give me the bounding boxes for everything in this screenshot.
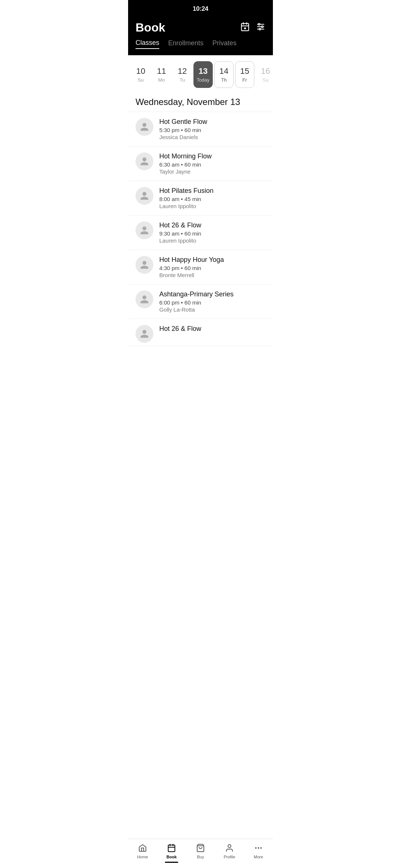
avatar <box>136 152 153 170</box>
class-time: 6:00 pm • 60 min <box>159 299 265 306</box>
class-item-ashtanga-primary-series[interactable]: Ashtanga-Primary Series 6:00 pm • 60 min… <box>128 285 273 319</box>
class-item-hot-gentle-flow[interactable]: Hot Gentle Flow 5:30 pm • 60 min Jessica… <box>128 112 273 147</box>
date-item-13[interactable]: 13 Today <box>193 61 213 88</box>
avatar <box>136 256 153 274</box>
class-list: Hot Gentle Flow 5:30 pm • 60 min Jessica… <box>128 112 273 383</box>
class-name: Hot 26 & Flow <box>159 221 265 229</box>
tab-enrollments[interactable]: Enrollments <box>168 39 203 49</box>
class-time: 6:30 am • 60 min <box>159 161 265 168</box>
class-item-hot-morning-flow[interactable]: Hot Morning Flow 6:30 am • 60 min Taylor… <box>128 147 273 181</box>
class-instructor: Bronte Merrell <box>159 272 265 278</box>
class-info: Hot 26 & Flow 9:30 am • 60 min Lauren Ip… <box>159 221 265 244</box>
class-instructor: Golly La-Rotta <box>159 306 265 313</box>
avatar <box>136 187 153 205</box>
class-info: Hot Morning Flow 6:30 am • 60 min Taylor… <box>159 152 265 175</box>
svg-point-10 <box>259 28 261 30</box>
date-item-10[interactable]: 10 Su <box>131 61 150 88</box>
tab-classes[interactable]: Classes <box>136 39 159 49</box>
section-heading: Wednesday, November 13 <box>128 94 273 112</box>
date-picker: 10 Su 11 Mo 12 Tu 13 Today 14 Th 15 Fr 1… <box>128 55 273 94</box>
class-info: Ashtanga-Primary Series 6:00 pm • 60 min… <box>159 290 265 313</box>
class-time: 8:00 am • 45 min <box>159 196 265 202</box>
class-name: Ashtanga-Primary Series <box>159 290 265 298</box>
date-item-15[interactable]: 15 Fr <box>235 61 254 88</box>
avatar <box>136 325 153 343</box>
svg-rect-0 <box>241 23 249 31</box>
status-bar: 10:24 <box>128 0 273 18</box>
svg-point-4 <box>244 27 245 29</box>
header: Book <box>128 18 273 39</box>
status-time: 10:24 <box>193 5 208 13</box>
class-time: 9:30 am • 60 min <box>159 230 265 237</box>
class-instructor: Lauren Ippolito <box>159 237 265 244</box>
class-name: Hot Happy Hour Yoga <box>159 256 265 264</box>
avatar <box>136 290 153 308</box>
class-name: Hot 26 & Flow <box>159 325 265 333</box>
calendar-icon[interactable] <box>240 22 250 34</box>
avatar <box>136 118 153 136</box>
class-instructor: Taylor Jayne <box>159 168 265 175</box>
page-title: Book <box>136 21 165 34</box>
class-info: Hot 26 & Flow <box>159 325 265 334</box>
avatar <box>136 221 153 239</box>
class-info: Hot Happy Hour Yoga 4:30 pm • 60 min Bro… <box>159 256 265 278</box>
class-item-hot-pilates-fusion[interactable]: Hot Pilates Fusion 8:00 am • 45 min Laur… <box>128 181 273 216</box>
class-item-hot-26-flow-1[interactable]: Hot 26 & Flow 9:30 am • 60 min Lauren Ip… <box>128 216 273 250</box>
class-name: Hot Morning Flow <box>159 152 265 160</box>
class-instructor: Lauren Ippolito <box>159 203 265 209</box>
date-item-14[interactable]: 14 Th <box>214 61 234 88</box>
tab-navigation: Classes Enrollments Privates <box>128 39 273 55</box>
date-item-11[interactable]: 11 Mo <box>152 61 171 88</box>
date-item-12[interactable]: 12 Tu <box>173 61 192 88</box>
class-instructor: Jessica Daniels <box>159 134 265 140</box>
class-info: Hot Gentle Flow 5:30 pm • 60 min Jessica… <box>159 118 265 140</box>
svg-point-9 <box>261 26 263 27</box>
date-item-16[interactable]: 16 Sa <box>256 61 273 88</box>
class-name: Hot Gentle Flow <box>159 118 265 126</box>
filter-icon[interactable] <box>256 22 265 34</box>
class-time: 5:30 pm • 60 min <box>159 127 265 133</box>
class-item-hot-happy-hour-yoga[interactable]: Hot Happy Hour Yoga 4:30 pm • 60 min Bro… <box>128 250 273 285</box>
header-icons <box>240 22 265 34</box>
tab-privates[interactable]: Privates <box>212 39 237 49</box>
class-name: Hot Pilates Fusion <box>159 187 265 195</box>
class-item-hot-26-flow-2[interactable]: Hot 26 & Flow <box>128 319 273 346</box>
class-time: 4:30 pm • 60 min <box>159 265 265 271</box>
class-info: Hot Pilates Fusion 8:00 am • 45 min Laur… <box>159 187 265 209</box>
svg-point-8 <box>258 23 260 25</box>
